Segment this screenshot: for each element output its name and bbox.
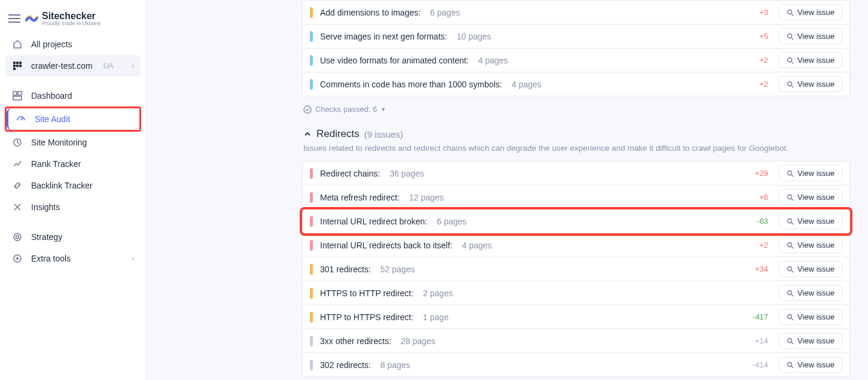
view-issue-label: View issue [797, 217, 835, 226]
sidebar-item-extra-tools[interactable]: Extra tools › [5, 248, 141, 269]
sidebar-item-rank-tracker[interactable]: Rank Tracker [5, 153, 141, 175]
category-count: (9 issues) [364, 129, 403, 139]
sidebar-item-label: Insights [31, 202, 60, 212]
view-issue-label: View issue [797, 336, 835, 345]
issue-pages: 36 pages [389, 169, 424, 178]
severity-indicator [310, 192, 313, 203]
view-issue-button[interactable]: View issue [779, 189, 842, 205]
view-issue-button[interactable]: View issue [779, 261, 842, 277]
issue-delta: +14 [747, 336, 768, 345]
sidebar: Sitechecker Proudly made in Ukraine All … [0, 0, 147, 380]
view-issue-label: View issue [797, 8, 835, 17]
svg-point-21 [788, 218, 792, 223]
insights-icon [12, 202, 23, 212]
issue-row[interactable]: Serve images in next gen formats:10 page… [302, 25, 850, 48]
issue-row[interactable]: Redirect chains:36 pages+29View issue [302, 161, 850, 186]
logo[interactable]: Sitechecker Proudly made in Ukraine [25, 11, 101, 26]
view-issue-label: View issue [797, 312, 835, 321]
view-issue-button[interactable]: View issue [779, 4, 842, 20]
search-icon [787, 194, 794, 201]
severity-indicator [310, 360, 313, 370]
issue-delta: +5 [747, 32, 768, 41]
view-issue-button[interactable]: View issue [779, 76, 842, 92]
issue-row[interactable]: 302 redirects:8 pages-414View issue [302, 353, 850, 377]
home-icon [12, 39, 23, 49]
sidebar-item-backlink-tracker[interactable]: Backlink Tracker [5, 175, 141, 196]
issue-title: Redirect chains: [320, 169, 380, 178]
project-meta: UA [103, 62, 114, 70]
issue-row[interactable]: Meta refresh redirect:12 pages+6View iss… [302, 186, 850, 209]
issue-pages: 4 pages [511, 80, 541, 89]
issue-delta: +3 [747, 8, 768, 17]
svg-rect-0 [13, 62, 16, 64]
svg-rect-3 [13, 65, 16, 67]
view-issue-button[interactable]: View issue [779, 309, 842, 325]
sidebar-item-dashboard[interactable]: Dashboard [5, 85, 141, 107]
sidebar-item-strategy[interactable]: Strategy [5, 226, 141, 248]
severity-indicator [310, 7, 313, 18]
issue-row[interactable]: 3xx other redirects:28 pages+14View issu… [302, 329, 850, 353]
sidebar-item-label: Dashboard [31, 91, 72, 101]
issue-delta: +6 [747, 193, 768, 202]
link-icon [12, 181, 23, 190]
search-icon [787, 33, 794, 40]
issue-title: Add dimensions to images: [320, 8, 421, 17]
view-issue-label: View issue [797, 193, 835, 202]
rank-icon [12, 159, 23, 169]
view-issue-button[interactable]: View issue [779, 285, 842, 301]
issue-row[interactable]: Internal URL redirects back to itself:4 … [302, 233, 850, 257]
view-issue-label: View issue [797, 56, 835, 65]
issue-row[interactable]: Comments in code has more than 1000 symb… [302, 72, 850, 96]
issue-list-top: Add dimensions to images:6 pages+3View i… [302, 0, 850, 96]
issue-pages: 8 pages [380, 360, 410, 370]
view-issue-button[interactable]: View issue [779, 357, 842, 373]
issue-pages: 28 pages [401, 336, 435, 346]
svg-point-23 [788, 266, 792, 270]
issue-row[interactable]: 301 redirects:52 pages+34View issue [302, 257, 850, 281]
sidebar-item-all-projects[interactable]: All projects [5, 34, 141, 55]
sidebar-item-site-audit[interactable]: Site Audit [7, 108, 139, 130]
view-issue-button[interactable]: View issue [779, 333, 842, 349]
svg-point-26 [788, 338, 792, 342]
chevron-right-icon: › [132, 254, 134, 263]
view-issue-button[interactable]: View issue [779, 52, 842, 68]
category-desc: Issues related to redirects and redirect… [303, 144, 850, 153]
issue-row[interactable]: HTTPS to HTTP redirect:2 pagesView issue [302, 281, 850, 305]
view-issue-label: View issue [797, 288, 835, 297]
sidebar-item-label: Strategy [31, 232, 62, 242]
search-icon [787, 314, 794, 321]
view-issue-button[interactable]: View issue [779, 165, 842, 181]
view-issue-label: View issue [797, 80, 835, 89]
issue-pages: 6 pages [437, 217, 467, 226]
checks-passed-label: Checks passed: 6 [315, 105, 377, 114]
category-header-redirects[interactable]: Redirects (9 issues) [303, 128, 850, 140]
sidebar-item-project[interactable]: crawler-test.com UA › [5, 55, 141, 77]
checks-passed-top[interactable]: Checks passed: 6 ▼ [303, 105, 850, 114]
chevron-right-icon: › [132, 62, 134, 70]
issue-list-redirects: Redirect chains:36 pages+29View issueMet… [302, 161, 850, 377]
issue-delta: +29 [747, 169, 768, 178]
issue-pages: 4 pages [462, 241, 492, 250]
menu-icon[interactable] [8, 14, 20, 23]
issue-title: HTTP to HTTPS redirect: [320, 312, 413, 322]
issue-delta: -63 [747, 217, 768, 226]
search-icon [787, 57, 794, 64]
issue-delta: +2 [747, 56, 768, 65]
view-issue-button[interactable]: View issue [779, 237, 842, 253]
view-issue-button[interactable]: View issue [779, 213, 842, 229]
svg-rect-4 [16, 65, 19, 67]
severity-indicator [310, 31, 313, 42]
view-issue-button[interactable]: View issue [779, 28, 842, 44]
issue-row[interactable]: Use video formats for animated content:4… [302, 48, 850, 72]
issue-row[interactable]: Internal URL redirect broken:6 pages-63V… [302, 209, 850, 233]
view-issue-label: View issue [797, 241, 835, 250]
issue-pages: 4 pages [478, 56, 508, 65]
issue-row[interactable]: Add dimensions to images:6 pages+3View i… [302, 0, 850, 25]
sidebar-item-site-monitoring[interactable]: Site Monitoring [5, 132, 141, 153]
issue-row[interactable]: HTTP to HTTPS redirect:1 page-417View is… [302, 305, 850, 329]
svg-point-22 [788, 242, 792, 247]
issue-pages: 6 pages [430, 8, 460, 17]
issue-pages: 52 pages [380, 265, 415, 274]
severity-indicator [310, 55, 313, 66]
sidebar-item-insights[interactable]: Insights [5, 196, 141, 218]
